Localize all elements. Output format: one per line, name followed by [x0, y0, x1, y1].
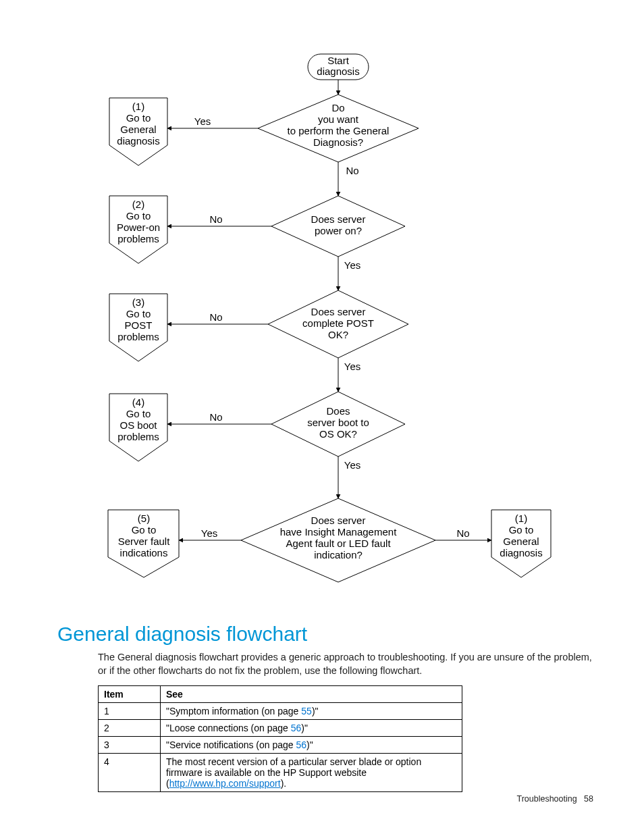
d1-no: No [346, 165, 358, 176]
d5-l2: have Insight Management [280, 526, 397, 538]
d1-l2: you want [318, 113, 359, 125]
svg-text:Yes: Yes [344, 459, 360, 471]
d2-yes: Yes [344, 259, 360, 271]
svg-text:General: General [120, 124, 156, 135]
o5-l2: Go to [132, 524, 157, 536]
d5-l4: indication? [314, 549, 363, 561]
svg-text:power on?: power on? [315, 225, 362, 236]
svg-text:OK?: OK? [328, 329, 348, 340]
page-footer: Troubleshooting 58 [516, 794, 593, 804]
svg-text:Server fault: Server fault [118, 536, 171, 547]
support-link[interactable]: http://www.hp.com/support [169, 778, 281, 789]
svg-text:No: No [209, 311, 222, 323]
o4-l4: problems [117, 431, 159, 442]
footer-section: Troubleshooting [516, 794, 576, 804]
o6-l3: General [503, 536, 539, 547]
o5-l4: indications [120, 547, 168, 558]
o5-l3: Server fault [118, 536, 171, 547]
svg-text:OS OK?: OS OK? [319, 428, 357, 440]
svg-text:problems: problems [117, 331, 159, 342]
svg-text:(3): (3) [132, 296, 144, 308]
th-see: See [161, 686, 462, 703]
svg-text:server boot to: server boot to [307, 417, 369, 428]
d3-l2: complete POST [302, 317, 374, 329]
svg-text:diagnosis: diagnosis [500, 547, 542, 558]
svg-text:Yes: Yes [201, 527, 217, 539]
svg-text:Go to: Go to [126, 112, 151, 124]
o4-l3: OS boot [119, 419, 157, 431]
svg-text:No: No [209, 213, 222, 225]
svg-text:(4): (4) [132, 396, 144, 408]
d1-yes: Yes [194, 115, 211, 127]
o3-l1: (3) [132, 296, 144, 308]
o5-l1: (5) [138, 513, 150, 524]
d1-l4: Diagnosis? [313, 136, 363, 148]
d1-l3: to perform the General [288, 125, 390, 136]
svg-text:No: No [209, 411, 222, 423]
d5-yes: Yes [201, 527, 217, 539]
o3-l2: Go to [126, 308, 151, 319]
svg-text:Does server: Does server [311, 515, 366, 526]
svg-text:Does: Does [326, 405, 350, 417]
d2-l1: Does server [311, 213, 366, 225]
d5-l3: Agent fault or LED fault [286, 538, 391, 549]
svg-text:POST: POST [125, 319, 153, 331]
table-row: 3 "Service notifications (on page 56)" [99, 737, 462, 754]
start-l1: Start [327, 55, 350, 66]
o6-l4: diagnosis [500, 547, 542, 558]
o1-l3: General [120, 124, 156, 135]
svg-text:to perform the General: to perform the General [288, 125, 390, 136]
svg-text:No: No [346, 165, 358, 176]
d2-l2: power on? [315, 225, 362, 236]
svg-text:Do: Do [331, 102, 344, 113]
svg-text:Yes: Yes [344, 361, 360, 372]
svg-text:No: No [456, 527, 469, 539]
o4-l1: (4) [132, 396, 144, 408]
svg-text:indication?: indication? [314, 549, 363, 561]
svg-text:(5): (5) [138, 513, 150, 524]
svg-text:Go to: Go to [126, 308, 151, 319]
o1-l2: Go to [126, 112, 151, 124]
d3-l1: Does server [311, 306, 366, 317]
section-body: The General diagnosis flowchart provides… [98, 651, 597, 677]
o3-l3: POST [125, 319, 153, 331]
cell-item: 2 [99, 720, 161, 737]
page-link[interactable]: 56 [296, 739, 307, 750]
svg-text:diagnosis: diagnosis [317, 66, 359, 77]
svg-text:Go to: Go to [126, 210, 151, 221]
page-link[interactable]: 56 [291, 723, 302, 733]
page-link[interactable]: 55 [301, 706, 312, 716]
d1-l1: Do [331, 102, 344, 113]
cell-see: The most recent version of a particular … [161, 754, 462, 792]
reference-table: Item See 1 "Symptom information (on page… [98, 685, 462, 792]
svg-text:Agent fault or LED fault: Agent fault or LED fault [286, 538, 391, 549]
o4-l2: Go to [126, 408, 151, 419]
d5-no: No [456, 527, 469, 539]
svg-text:diagnosis: diagnosis [117, 135, 159, 147]
svg-text:problems: problems [117, 431, 159, 442]
cell-see: "Symptom information (on page 55)" [161, 703, 462, 720]
o1-l1: (1) [132, 101, 144, 112]
svg-text:complete POST: complete POST [302, 317, 374, 329]
svg-text:you want: you want [318, 113, 359, 125]
start-l2: diagnosis [317, 66, 359, 77]
svg-text:Go to: Go to [126, 408, 151, 419]
o2-l3: Power-on [117, 221, 160, 233]
svg-text:Start: Start [327, 55, 350, 66]
svg-text:Go to: Go to [509, 524, 534, 536]
o6-l2: Go to [509, 524, 534, 536]
cell-see: "Service notifications (on page 56)" [161, 737, 462, 754]
cell-item: 1 [99, 703, 161, 720]
svg-text:General: General [503, 536, 539, 547]
table-header-row: Item See [99, 686, 462, 703]
svg-text:have Insight Management: have Insight Management [280, 526, 397, 538]
d4-no: No [209, 411, 222, 423]
d3-yes: Yes [344, 361, 360, 372]
svg-text:(1): (1) [515, 513, 527, 524]
cell-see: "Loose connections (on page 56)" [161, 720, 462, 737]
d4-l1: Does [326, 405, 350, 417]
d4-l3: OS OK? [319, 428, 357, 440]
cell-item: 3 [99, 737, 161, 754]
d2-no: No [209, 213, 222, 225]
o2-l1: (2) [132, 199, 144, 210]
